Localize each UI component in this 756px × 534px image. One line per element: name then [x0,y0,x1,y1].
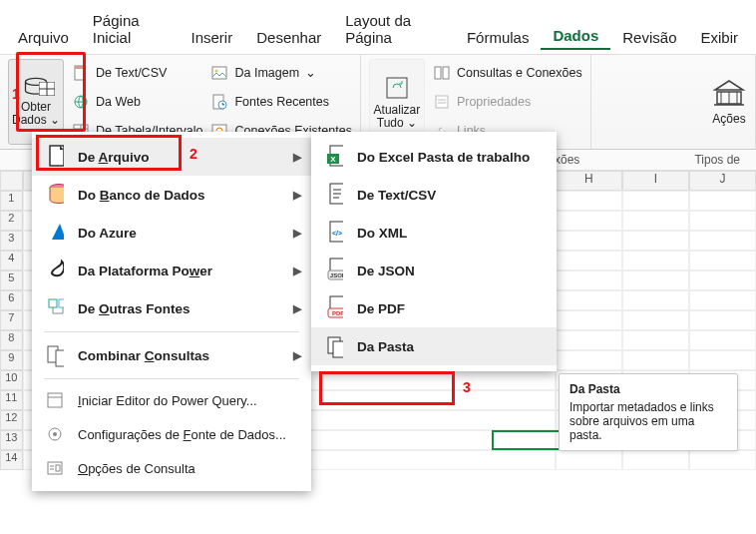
cell[interactable] [622,251,689,270]
properties-icon [433,93,451,111]
tab-revisao[interactable]: Revisão [610,25,688,50]
row-header[interactable]: 8 [0,330,23,350]
menu-from-other-sources[interactable]: De Outras Fontes ▶ [32,289,311,327]
tab-arquivo[interactable]: Arquivo [6,25,81,50]
submenu-from-pdf[interactable]: PDF De PDF [311,289,557,327]
tooltip-body: Importar metadados e links sobre arquivo… [569,400,727,442]
cell[interactable] [689,330,756,350]
svg-rect-54 [333,341,343,357]
tooltip-title: Da Pasta [569,382,727,396]
stocks-label: Ações [712,112,745,126]
svg-rect-16 [435,67,441,79]
tab-desenhar[interactable]: Desenhar [244,25,333,50]
menu-from-file[interactable]: De Arquivo ▶ [32,138,311,176]
annotation-num-1: 1 [12,86,20,102]
svg-rect-26 [49,299,57,307]
submenu-from-xml[interactable]: </> Do XML [311,214,557,252]
svg-rect-27 [59,299,64,307]
menu-from-azure[interactable]: Do Azure ▶ [32,214,311,252]
row-header[interactable]: 2 [0,211,23,231]
cell[interactable] [622,330,689,350]
cell[interactable] [689,290,756,310]
col-header[interactable]: I [622,171,689,191]
row-header[interactable]: 1 [0,191,23,211]
row-header[interactable]: 6 [0,290,23,310]
tab-formulas[interactable]: Fórmulas [455,25,542,50]
menu-data-source-settings[interactable]: Configurações de Fonte de Dados... [32,417,311,451]
cell[interactable] [622,450,689,470]
submenu-from-text-csv[interactable]: De Text/CSV [311,176,557,214]
row-header[interactable]: 11 [0,390,23,410]
cell[interactable] [689,211,756,231]
submenu-from-json[interactable]: JSON De JSON [311,252,557,289]
submenu-from-excel[interactable]: X Do Excel Pasta de trabalho [311,138,557,176]
from-web-button[interactable]: Da Web [72,89,202,115]
row-header[interactable]: 3 [0,231,23,251]
row-header[interactable]: 10 [0,370,23,390]
row-header[interactable]: 7 [0,310,23,330]
annotation-num-3: 3 [463,379,471,395]
cell[interactable] [622,270,689,290]
cell[interactable] [556,251,622,270]
menu-combine-queries[interactable]: Combinar Consultas ▶ [32,336,311,374]
cell[interactable] [622,290,689,310]
svg-rect-29 [56,350,64,366]
row-header[interactable]: 9 [0,350,23,370]
svg-text:JSON: JSON [330,272,343,278]
tab-inserir[interactable]: Inserir [180,25,245,50]
recent-sources-button[interactable]: Fontes Recentes [210,89,351,115]
queries-icon [433,64,451,82]
stocks-button[interactable]: Ações [711,59,747,145]
tab-pagina-inicial[interactable]: Página Inicial [81,8,180,50]
menu-from-power-platform[interactable]: Da Plataforma Power ▶ [32,252,311,289]
chevron-down-icon: ⌄ [305,65,316,80]
group-label-left: xões [555,153,579,167]
cell[interactable] [689,350,756,370]
cell[interactable] [689,310,756,330]
row-header[interactable]: 12 [0,410,23,430]
menu-query-options[interactable]: Opções de Consulta [32,451,311,485]
svg-rect-5 [75,66,85,69]
cell[interactable] [689,231,756,251]
cell[interactable] [556,310,622,330]
row-header[interactable]: 5 [0,270,23,290]
pdf-file-icon: PDF [325,299,343,317]
cell[interactable] [556,270,622,290]
row-header[interactable]: 13 [0,430,23,450]
cell[interactable] [556,191,622,211]
tab-layout[interactable]: Layout da Página [333,8,455,50]
svg-rect-10 [212,67,226,79]
cell[interactable] [622,191,689,211]
cell[interactable] [689,450,756,470]
row-header[interactable]: 4 [0,251,23,270]
other-sources-icon [46,299,64,317]
col-header[interactable]: J [689,171,756,191]
cell[interactable] [556,290,622,310]
refresh-icon [383,74,411,102]
cell[interactable] [689,270,756,290]
cell[interactable] [622,310,689,330]
cell[interactable] [689,251,756,270]
tab-exibir[interactable]: Exibir [688,25,750,50]
cell[interactable] [556,211,622,231]
cell[interactable] [556,330,622,350]
cell[interactable] [556,350,622,370]
cell[interactable] [556,450,622,470]
chevron-down-icon: ⌄ [50,113,60,127]
power-icon [46,262,64,279]
ribbon-tabs: Arquivo Página Inicial Inserir Desenhar … [0,0,756,54]
col-header[interactable]: H [556,171,622,191]
cell[interactable] [622,350,689,370]
cell[interactable] [689,191,756,211]
queries-connections-button[interactable]: Consultas e Conexões [433,60,582,86]
submenu-from-folder[interactable]: Da Pasta [311,327,557,365]
from-text-csv-button[interactable]: De Text/CSV [72,60,202,86]
cell[interactable] [622,211,689,231]
row-header[interactable]: 14 [0,450,23,470]
menu-from-database[interactable]: Do Banco de Dados ▶ [32,176,311,214]
cell[interactable] [622,231,689,251]
from-image-button[interactable]: Da Imagem ⌄ [210,60,351,86]
cell[interactable] [556,231,622,251]
tab-dados[interactable]: Dados [541,23,610,50]
menu-launch-pq-editor[interactable]: Iniciar Editor do Power Query... [32,383,311,417]
